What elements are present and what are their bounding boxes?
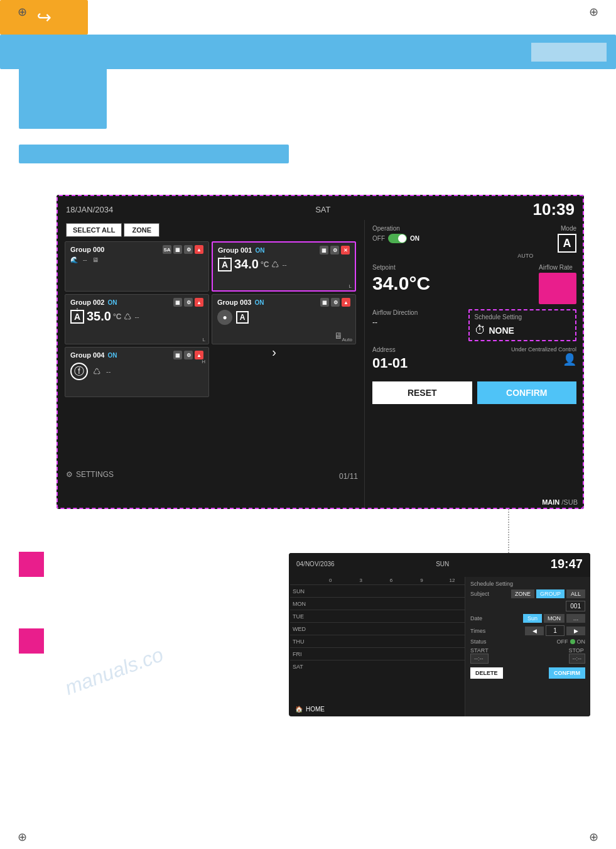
group-002-temp-row: ↑ A 35.0°C ♺ -- [70, 309, 203, 324]
group-number-value[interactable]: 001 [566, 601, 585, 611]
on-off-toggle[interactable]: OFF ON [372, 234, 475, 243]
confirm-button[interactable]: CONFIRM [477, 381, 577, 404]
stop-time-input[interactable]: --:-- [569, 654, 586, 664]
centralized-section: Under Centralized Control 👤 [511, 346, 576, 376]
back-button[interactable]: ↩ [0, 0, 88, 35]
icon-grid-002: ▦ [173, 298, 182, 307]
sub-label: /SUB [561, 498, 578, 506]
icon-alert-004: ▲ [195, 351, 203, 359]
schedule-setting-label-b: Schedule Setting [470, 581, 513, 587]
group-000-icons: SA ▦ ⚙ ▲ [163, 245, 203, 254]
group-card-004[interactable]: Group 004 ON ▦ ⚙ ▲ ⓕ ♺ -- H [65, 347, 209, 397]
day-label-tue: TUE [290, 613, 315, 620]
crosshair-br: ⊕ [589, 830, 598, 844]
start-time-input[interactable]: --:-- [470, 654, 489, 664]
group-003-auto: Auto [342, 337, 352, 342]
stop-label: STOP [569, 647, 586, 654]
address-row: Address 01-01 Under Centralized Control … [372, 346, 576, 376]
crosshair-tr: ⊕ [589, 5, 598, 19]
times-value[interactable]: 1 [546, 625, 565, 636]
day-label-wed: WED [290, 626, 315, 632]
date-buttons: Sun MON … [523, 614, 585, 623]
icon-alert-002: ▲ [195, 298, 203, 307]
setpoint-section: Setpoint 34.0°C [372, 264, 430, 300]
home-icon: 🏠 [295, 706, 303, 713]
subject-all-btn[interactable]: ALL [566, 589, 585, 598]
toggle-track[interactable] [388, 234, 407, 243]
group-003-status: ON [254, 299, 264, 306]
middle-blue-bar [19, 145, 289, 163]
on-label: ON [410, 235, 419, 242]
person-icon: 👤 [511, 353, 576, 366]
bottom-screen: 04/NOV/2036 SUN 19:47 0 3 6 9 12 15 18 2… [289, 553, 590, 716]
status-on-dot [570, 639, 575, 644]
times-next-btn[interactable]: ▶ [566, 627, 585, 635]
group-003-name: Group 003 [217, 299, 251, 306]
bottom-confirm-button[interactable]: CONFIRM [549, 667, 585, 679]
airflow-rate-box[interactable] [539, 273, 576, 304]
zone-button[interactable]: ZONE [124, 223, 159, 237]
group-004-dash: -- [106, 368, 111, 375]
status-label: Status [470, 638, 487, 645]
settings-button[interactable]: ⚙ SETTINGS [66, 470, 114, 479]
stop-section: STOP --:-- [569, 647, 586, 664]
mode-label: Mode [475, 225, 577, 232]
date-label: Date [470, 615, 482, 622]
date-sun-btn[interactable]: Sun [523, 614, 542, 623]
th-3: 3 [345, 578, 376, 583]
address-section: Address 01-01 [372, 346, 408, 371]
day-label-thu: THU [290, 638, 315, 645]
off-label: OFF [372, 235, 385, 242]
back-arrow-icon: ↩ [37, 7, 51, 28]
bottom-buttons: RESET CONFIRM [372, 381, 576, 404]
group-004-fan: ♺ [93, 366, 101, 376]
group-002-name: Group 002 [70, 299, 104, 306]
subject-group-btn[interactable]: GROUP [536, 589, 565, 598]
date-mon-btn[interactable]: MON [544, 614, 565, 623]
centralized-label: Under Centralized Control [511, 346, 576, 353]
group-card-000[interactable]: Group 000 SA ▦ ⚙ ▲ 🌊 -- 🖥 [65, 241, 209, 292]
bottom-delete-button[interactable]: DELETE [470, 667, 503, 679]
icon-gear-003: ⚙ [331, 298, 340, 307]
schedule-setting-section[interactable]: Schedule Setting ⏱ NONE [468, 309, 577, 341]
bottom-right-panel: Schedule Setting Subject ZONE GROUP ALL … [465, 577, 590, 716]
setpoint-value[interactable]: 34.0°C [372, 273, 430, 294]
group-000-dash1: -- [83, 256, 87, 263]
mode-box[interactable]: A [558, 234, 576, 253]
status-toggle[interactable]: OFF ON [557, 638, 586, 645]
bottom-screen-date: 04/NOV/2036 [296, 561, 335, 567]
group-002-mode-icon: ↑ A [70, 310, 84, 324]
icon-alert-003: ▲ [342, 298, 350, 307]
airflow-rate-label: Airflow Rate [539, 264, 576, 271]
group-004-icons: ▦ ⚙ ▲ [173, 351, 203, 359]
home-button[interactable]: 🏠 HOME [295, 706, 325, 713]
settings-icon: ⚙ [66, 470, 73, 479]
group-card-003[interactable]: Group 003 ON ▦ ⚙ ▲ ● A Auto 🖥 [212, 294, 356, 344]
schedule-setting-row: Schedule Setting [470, 581, 585, 587]
top-right-inner-bar [531, 43, 607, 62]
start-section: START --:-- [470, 647, 489, 664]
select-all-button[interactable]: SELECT ALL [66, 223, 122, 237]
setpoint-label: Setpoint [372, 264, 430, 271]
group-card-002[interactable]: Group 002 ON ▦ ⚙ ▲ ↑ A 35.0°C ♺ -- [65, 294, 209, 344]
icon-grid-001: ▦ [320, 246, 328, 255]
setpoint-row: Setpoint 34.0°C Airflow Rate [372, 264, 576, 304]
home-label: HOME [306, 706, 325, 713]
reset-button[interactable]: RESET [372, 381, 472, 404]
group-003-circle-icon: ● [217, 310, 232, 325]
status-off-label: OFF [557, 638, 568, 645]
group-001-name: Group 001 [218, 246, 252, 254]
th-9: 9 [406, 578, 436, 583]
subject-buttons: ZONE GROUP ALL [511, 589, 585, 598]
subject-zone-btn[interactable]: ZONE [511, 589, 534, 598]
day-label-mon: MON [290, 601, 315, 607]
main-screen: 18/JAN/2034 SAT 10:39 SELECT ALL ZONE Gr… [57, 195, 584, 509]
times-prev-btn[interactable]: ◀ [525, 627, 544, 635]
group-card-001[interactable]: Group 001 ON ▦ ⚙ ✕ ↑ A 34.0°C ♺ -- [212, 241, 356, 292]
group-001-status: ON [255, 247, 264, 254]
arrow-right-icon[interactable]: › [272, 345, 276, 359]
date-other-btn[interactable]: … [566, 614, 585, 623]
mode-section: Mode A AUTO [475, 225, 577, 259]
th-6: 6 [376, 578, 406, 583]
airflow-direction-value: -- [372, 318, 468, 327]
